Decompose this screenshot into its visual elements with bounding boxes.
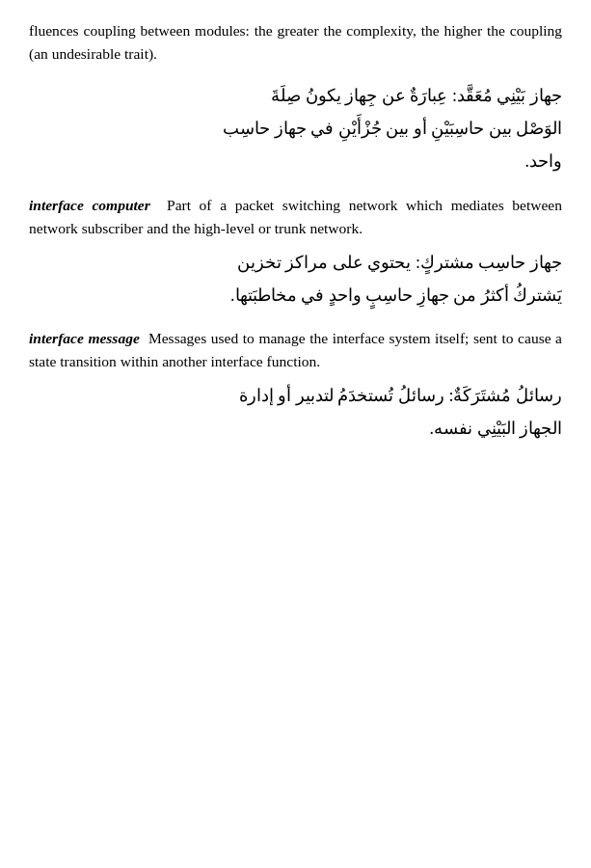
arabic-line-2-1: جهاز حاسِب مشتركٍ: يحتوي على مراكز تخزين [29, 246, 562, 279]
arabic-line-3-1: رسائلُ مُشتَرَكَةٌ: رسائلُ تُستخدَمُ لتد… [29, 379, 562, 412]
intro-paragraph: fluences coupling between modules: the g… [29, 19, 562, 66]
arabic-line-1-1: جهاز بَيْنِي مُعَقَّد: عِبارَةٌ عن جِهاز… [29, 79, 562, 112]
arabic-line-3-2: الجهاز البَيْنِي نفسه. [29, 412, 562, 445]
entry-interface-computer: interface computer Part of a packet swit… [29, 194, 562, 240]
entry-interface-message-title: interface message [29, 330, 140, 346]
arabic-block-2: جهاز حاسِب مشتركٍ: يحتوي على مراكز تخزين… [29, 246, 562, 312]
entry-interface-computer-title: interface computer [29, 197, 150, 213]
arabic-block-3: رسائلُ مُشتَرَكَةٌ: رسائلُ تُستخدَمُ لتد… [29, 379, 562, 445]
entry-interface-message: interface message Messages used to manag… [29, 327, 562, 373]
arabic-block-1: جهاز بَيْنِي مُعَقَّد: عِبارَةٌ عن جِهاز… [29, 79, 562, 178]
arabic-line-1-3: واحد. [29, 145, 562, 177]
entry-interface-message-body: interface message Messages used to manag… [29, 327, 562, 373]
entry-interface-computer-body: interface computer Part of a packet swit… [29, 194, 562, 240]
arabic-line-2-2: يَشتركُ أكثرُ من جهازِ حاسِبٍ واحدٍ في م… [29, 279, 562, 312]
arabic-line-1-2: الوَصْل بين حاسِبَيْنِ أو بين جُزْأَيْنِ… [29, 112, 562, 145]
